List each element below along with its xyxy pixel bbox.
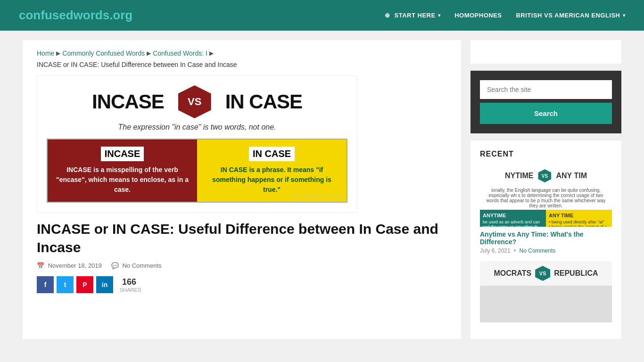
recent-thumbnail-1: NYTIME VS ANY TIM ionally, the English l… xyxy=(480,165,612,227)
shares-count-wrapper: 166 SHARES xyxy=(120,277,141,293)
nav-british-vs-american-label: BRITISH VS AMERICAN ENGLISH xyxy=(516,12,620,19)
social-share: f t P in 166 SHARES xyxy=(37,276,447,293)
breadcrumb-level2[interactable]: Confused Words: I xyxy=(153,49,207,57)
calendar-icon: 📅 xyxy=(37,262,44,269)
breadcrumb-home[interactable]: Home xyxy=(37,49,54,57)
comp-right-desc: IN CASE is a phrase. It means "if someth… xyxy=(204,165,339,195)
shares-count: 166 xyxy=(122,277,141,287)
meta-dot-1: • xyxy=(514,247,516,254)
logo-text: confusedwords xyxy=(19,8,109,22)
sidebar-top-bar xyxy=(471,40,621,64)
thumb-word-left: NYTIME xyxy=(505,172,533,180)
nav-homophones[interactable]: HOMOPHONES xyxy=(454,12,502,19)
nav-homophones-label: HOMOPHONES xyxy=(454,12,502,19)
thumb-desc: ionally, the English language can be qui… xyxy=(480,186,612,210)
pinterest-share-button[interactable]: P xyxy=(76,276,93,293)
comp-right-title: IN CASE xyxy=(249,147,295,161)
comp-right: IN CASE IN CASE is a phrase. It means "i… xyxy=(197,140,347,202)
mocrats-vs-badge: VS xyxy=(535,266,550,281)
main-content: Home ▶ Commonly Confused Words ▶ Confuse… xyxy=(23,40,461,339)
logo-tld: .org xyxy=(109,8,132,22)
comparison-table: INCASE INCASE is a misspelling of the ve… xyxy=(47,139,347,203)
thumb-any-time-title: ANY TIME xyxy=(549,213,609,218)
vs-words-row: INCASE VS IN CASE xyxy=(47,85,347,118)
thumb-anytime-title: ANYTIME xyxy=(483,213,543,218)
comp-left-title: INCASE xyxy=(101,147,144,161)
vs-badge: VS xyxy=(178,85,211,118)
site-logo[interactable]: confusedwords.org xyxy=(19,8,132,23)
article-date: 📅 November 18, 2019 xyxy=(37,262,102,269)
thumb-vs-badge: VS xyxy=(538,169,551,182)
site-header: confusedwords.org ⊕ START HERE ▾ HOMOPHO… xyxy=(0,0,644,31)
recent-date-1: July 6, 2021 xyxy=(480,247,511,254)
breadcrumb-level1[interactable]: Commonly Confused Words xyxy=(62,49,145,57)
recent-thumbnail-2: MOCRATS VS REPUBLICA xyxy=(480,261,612,322)
comment-icon: 💬 xyxy=(111,262,119,269)
chevron-down-icon: ▾ xyxy=(438,13,441,18)
recent-title: RECENT xyxy=(480,150,612,158)
vs-infographic-top: INCASE VS IN CASE The expression "in cas… xyxy=(37,75,357,213)
nav-start-here-label: START HERE xyxy=(395,12,436,19)
recent-item-1: NYTIME VS ANY TIM ionally, the English l… xyxy=(480,165,612,254)
recent-item-2: MOCRATS VS REPUBLICA xyxy=(480,261,612,322)
vs-word-right: IN CASE xyxy=(225,90,302,113)
sidebar-search-box: Search xyxy=(471,71,621,133)
search-input[interactable] xyxy=(480,80,612,99)
compass-icon: ⊕ xyxy=(385,12,390,19)
thumb-top-row: NYTIME VS ANY TIM xyxy=(480,165,612,186)
article-meta: 📅 November 18, 2019 💬 No Comments xyxy=(37,262,447,269)
thumb-anytime-desc: be used as an adverb and can sed the sam… xyxy=(483,220,543,227)
recent-comments-1: No Comments xyxy=(520,247,556,254)
vs-subtitle: The expression "in case" is two words, n… xyxy=(47,123,347,132)
facebook-share-button[interactable]: f xyxy=(37,276,54,293)
page-wrapper: Home ▶ Commonly Confused Words ▶ Confuse… xyxy=(16,31,628,348)
breadcrumb-current-text: INCASE or IN CASE: Useful Difference bet… xyxy=(37,61,237,68)
watermark: www.confusedwords.org xyxy=(292,194,343,199)
republica-word: REPUBLICA xyxy=(554,269,598,278)
search-button[interactable]: Search xyxy=(480,103,612,124)
breadcrumb-sep-3: ▶ xyxy=(209,50,214,57)
mocrats-word: MOCRATS xyxy=(494,269,531,278)
breadcrumb-sep-1: ▶ xyxy=(56,50,60,57)
recent-link-1[interactable]: Anytime vs Any Time: What's the Differen… xyxy=(480,230,612,246)
linkedin-share-button[interactable]: in xyxy=(96,276,113,293)
chevron-down-icon-2: ▾ xyxy=(623,13,626,18)
recent-meta-1: July 6, 2021 • No Comments xyxy=(480,247,612,254)
thumb-word-right: ANY TIM xyxy=(556,172,586,180)
breadcrumb-current: INCASE or IN CASE: Useful Difference bet… xyxy=(37,61,447,68)
thumb-left-panel: ANYTIME be used as an adverb and can sed… xyxy=(480,210,546,227)
thumb-bottom-row: ANYTIME be used as an adverb and can sed… xyxy=(480,210,612,227)
breadcrumb-sep-2: ▶ xyxy=(147,50,151,57)
nav-british-vs-american[interactable]: BRITISH VS AMERICAN ENGLISH ▾ xyxy=(516,12,625,19)
sidebar: Search RECENT NYTIME VS ANY TIM ionally,… xyxy=(471,40,621,339)
mocrats-thumbnail: MOCRATS VS REPUBLICA xyxy=(480,261,612,286)
article-comments: 💬 No Comments xyxy=(111,262,162,269)
comp-left: INCASE INCASE is a misspelling of the ve… xyxy=(48,140,197,202)
anytime-thumbnail: NYTIME VS ANY TIM ionally, the English l… xyxy=(480,165,612,227)
nav-start-here[interactable]: ⊕ START HERE ▾ xyxy=(385,12,440,19)
breadcrumb: Home ▶ Commonly Confused Words ▶ Confuse… xyxy=(37,49,447,57)
article-infographic: INCASE VS IN CASE The expression "in cas… xyxy=(37,75,357,213)
article-title: INCASE or IN CASE: Useful Difference bet… xyxy=(37,220,447,256)
shares-label: SHARES xyxy=(120,287,141,293)
sidebar-recent: RECENT NYTIME VS ANY TIM ionally, the En… xyxy=(471,140,621,339)
twitter-share-button[interactable]: t xyxy=(57,276,74,293)
vs-word-left: INCASE xyxy=(92,90,164,113)
thumb-right-panel: ANY TIME • being used directly after "at… xyxy=(546,210,612,227)
thumb-any-time-desc: • being used directly after "at"• being … xyxy=(549,220,609,227)
comp-left-desc: INCASE is a misspelling of the verb "enc… xyxy=(55,165,190,195)
main-nav: ⊕ START HERE ▾ HOMOPHONES BRITISH VS AME… xyxy=(385,12,625,19)
